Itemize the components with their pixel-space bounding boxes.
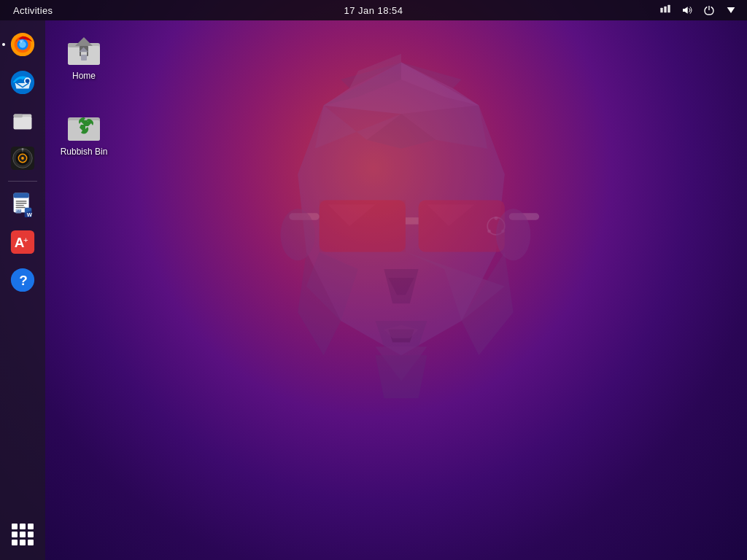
svg-rect-62 (16, 203, 27, 203)
topbar: Activities 17 Jan 18:54 (0, 0, 747, 20)
svg-marker-30 (376, 355, 427, 398)
home-folder-icon (65, 30, 103, 68)
sidebar-item-thunderbird[interactable] (6, 66, 39, 99)
desktop-icon-rubbish-bin[interactable]: Rubbish Bin (55, 101, 113, 163)
desktop: Activities 17 Jan 18:54 (0, 0, 747, 560)
desktop-icon-home[interactable]: Home (55, 26, 113, 87)
svg-text:+: + (23, 236, 28, 244)
rubbish-bin-icon (65, 106, 103, 144)
files-icon (9, 107, 36, 133)
help-icon: ? (9, 267, 36, 293)
topbar-datetime[interactable]: 17 Jan 18:54 (344, 5, 403, 16)
network-icon[interactable] (657, 3, 674, 18)
sidebar-item-writer[interactable]: W (6, 187, 39, 221)
svg-marker-78 (75, 37, 93, 46)
svg-point-54 (21, 157, 24, 160)
svg-rect-37 (667, 5, 670, 13)
dock-separator (8, 181, 37, 182)
sidebar-item-software[interactable]: A + (6, 225, 39, 259)
svg-point-17 (495, 217, 498, 220)
svg-text:?: ? (19, 273, 28, 288)
sidebar-item-help[interactable]: ? (6, 263, 39, 297)
svg-point-46 (26, 79, 30, 83)
firefox-icon (9, 31, 36, 58)
software-center-icon: A + (9, 229, 36, 255)
svg-rect-48 (14, 117, 32, 129)
svg-point-34 (496, 209, 530, 260)
thunderbird-icon (9, 69, 36, 96)
rhythmbox-icon (9, 145, 36, 171)
topbar-dropdown-icon[interactable] (722, 3, 740, 18)
desktop-icons: Home Rubbish Bin (55, 26, 113, 162)
svg-rect-13 (406, 217, 419, 224)
home-icon-label: Home (72, 71, 96, 82)
svg-marker-39 (727, 7, 735, 13)
svg-marker-38 (683, 7, 688, 13)
svg-text:W: W (27, 211, 33, 217)
svg-point-19 (487, 230, 491, 233)
topbar-left: Activities (7, 4, 58, 18)
volume-icon[interactable] (678, 3, 696, 18)
svg-rect-63 (16, 205, 24, 206)
svg-rect-61 (16, 201, 27, 201)
rubbish-bin-icon-label: Rubbish Bin (61, 147, 108, 158)
active-indicator (2, 43, 5, 46)
svg-rect-49 (14, 114, 23, 117)
wallpaper (146, 36, 657, 510)
show-applications-button[interactable] (6, 518, 39, 551)
grid-dots-icon (12, 524, 34, 545)
svg-rect-60 (14, 193, 29, 197)
svg-rect-82 (81, 55, 87, 61)
svg-rect-35 (660, 8, 662, 13)
sidebar-item-files[interactable] (6, 104, 39, 137)
svg-rect-36 (664, 7, 666, 13)
sidebar-item-firefox[interactable] (6, 28, 39, 61)
svg-point-43 (19, 41, 26, 47)
activities-button[interactable]: Activities (7, 4, 58, 18)
topbar-right (657, 3, 740, 18)
sidebar-item-rhythmbox[interactable] (6, 141, 39, 175)
power-icon[interactable] (700, 3, 718, 18)
svg-point-33 (281, 209, 315, 260)
svg-rect-64 (16, 207, 26, 208)
writer-icon: W (9, 191, 36, 217)
sidebar-dock: W A + ? (0, 20, 45, 560)
